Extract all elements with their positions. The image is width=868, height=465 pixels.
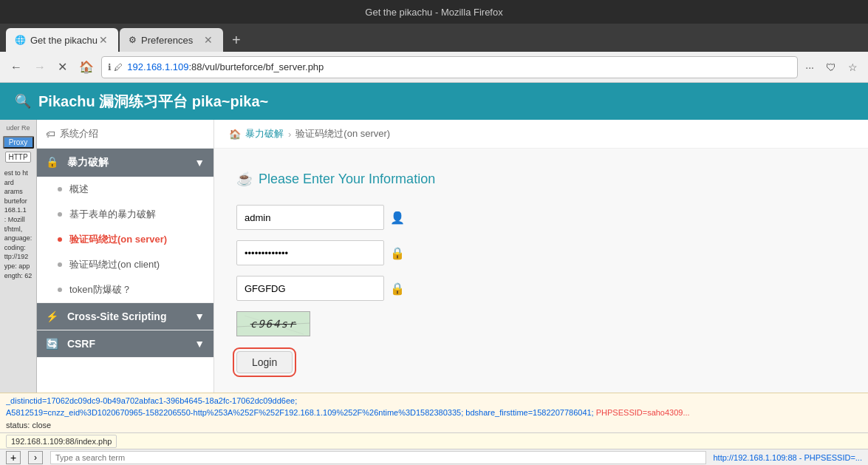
sidebar-item-captcha-client[interactable]: 验证码绕过(on client) bbox=[37, 252, 213, 277]
login-button[interactable]: Login bbox=[236, 351, 293, 373]
bottom-link-bar: 192.168.1.109:88/index.php bbox=[0, 432, 868, 449]
sidebar-item-token[interactable]: token防爆破？ bbox=[37, 277, 213, 302]
cookie-row2-middle: bdshare_firsttime=1582207786041; bbox=[465, 408, 593, 417]
sidebar-group-csrf-header[interactable]: 🔄 CSRF ▼ bbox=[37, 330, 213, 357]
password-group: 🔒 bbox=[236, 240, 846, 265]
captcha-text: c964sr bbox=[250, 318, 297, 330]
csrf-chevron-icon: ▼ bbox=[194, 338, 205, 350]
http-tag[interactable]: HTTP bbox=[5, 152, 30, 163]
window-title: Get the pikachu - Mozilla Firefox bbox=[365, 7, 502, 18]
item-dot-token bbox=[58, 288, 62, 292]
cup-icon: ☕ bbox=[236, 171, 253, 187]
tab-favicon-preferences: ⚙ bbox=[129, 35, 137, 45]
burp-info-line4: burtefor bbox=[4, 197, 33, 206]
status-url-preview: http://192.168.1.109:88 - PHPSESSID=... bbox=[714, 453, 863, 462]
group-csrf-label: CSRF bbox=[67, 338, 95, 350]
new-tab-button[interactable]: + bbox=[225, 28, 248, 52]
url-bar[interactable]: ℹ 🖊 192.168.1.109:88/vul/burteforce/bf_s… bbox=[101, 56, 798, 78]
password-input[interactable] bbox=[236, 240, 384, 265]
group-xss-content: ⚡ Cross-Site Scripting bbox=[46, 310, 166, 322]
item-label-token: token防爆破？ bbox=[69, 283, 131, 296]
csrf-icon: 🔄 bbox=[46, 338, 58, 350]
breadcrumb-parent[interactable]: 暴力破解 bbox=[245, 127, 284, 140]
username-input[interactable] bbox=[236, 205, 384, 230]
status-arrow-button[interactable]: › bbox=[28, 451, 43, 464]
captcha-input[interactable] bbox=[236, 276, 384, 301]
username-group: 👤 bbox=[236, 205, 846, 230]
sidebar-group-xss: ⚡ Cross-Site Scripting ▼ bbox=[37, 303, 213, 330]
burp-info-line10: ttp://192 bbox=[4, 252, 33, 262]
status-close: status: close bbox=[6, 421, 51, 430]
burp-info-line5: 168.1.1 bbox=[4, 206, 33, 215]
content-body: ☕ Please Enter Your Information 👤 🔒 🔒 bbox=[214, 149, 868, 396]
burp-label-uder: uder Re bbox=[6, 124, 30, 132]
group-xss-label: Cross-Site Scripting bbox=[67, 310, 167, 322]
home-button[interactable]: 🏠 bbox=[75, 57, 98, 77]
sidebar-system-intro[interactable]: 🏷 系统介绍 bbox=[37, 120, 213, 149]
xss-icon: ⚡ bbox=[46, 310, 58, 322]
captcha-image: c964sr bbox=[236, 311, 310, 336]
url-host: 192.168.1.109 bbox=[127, 61, 188, 72]
item-dot-captcha-client bbox=[58, 262, 62, 267]
tab-pikachu[interactable]: 🌐 Get the pikachu ✕ bbox=[6, 28, 118, 52]
burp-info-line8: anguage: bbox=[4, 234, 33, 243]
item-dot-captcha-server bbox=[58, 237, 62, 242]
burp-info-line9: coding: bbox=[4, 243, 33, 253]
tab-close-pikachu[interactable]: ✕ bbox=[98, 34, 109, 46]
status-add-button[interactable]: + bbox=[6, 451, 21, 464]
chevron-down-icon: ▼ bbox=[194, 157, 205, 169]
burp-info-line1: est to ht bbox=[4, 169, 33, 178]
sidebar-item-form-brute[interactable]: 基于表单的暴力破解 bbox=[37, 202, 213, 227]
login-btn-wrapper: Login bbox=[236, 348, 846, 373]
cookie-row2-prefix: A5812519=cnzz_eid%3D1020670965-158220655… bbox=[6, 408, 463, 417]
forward-button[interactable]: → bbox=[30, 58, 50, 77]
info-row-1: _distinctid=17062dc09dc9-0b49a702abfac1-… bbox=[6, 395, 862, 407]
title-bar: Get the pikachu - Mozilla Firefox bbox=[0, 0, 868, 24]
sidebar-group-bruteforce-header[interactable]: 🔒 暴力破解 ▼ bbox=[37, 149, 213, 177]
captcha-input-group: 🔒 bbox=[236, 276, 846, 301]
burp-info-line11: ype: app bbox=[4, 262, 33, 271]
breadcrumb-separator: › bbox=[288, 129, 291, 140]
tab-close-preferences[interactable]: ✕ bbox=[202, 34, 214, 46]
bottom-link-text: 192.168.1.109:88/index.php bbox=[6, 435, 117, 448]
captcha-lock-icon: 🔒 bbox=[390, 282, 405, 296]
page-header: 🔍 Pikachu 漏洞练习平台 pika~pika~ bbox=[0, 83, 868, 120]
tab-bar: 🌐 Get the pikachu ✕ ⚙ Preferences ✕ + bbox=[0, 24, 868, 52]
page-header-title: Pikachu 漏洞练习平台 pika~pika~ bbox=[38, 92, 268, 112]
sidebar-item-captcha-server[interactable]: 验证码绕过(on server) bbox=[37, 227, 213, 252]
tab-favicon-pikachu: 🌐 bbox=[15, 35, 26, 45]
tab-label-pikachu: Get the pikachu bbox=[30, 35, 98, 46]
proxy-button[interactable]: Proxy bbox=[3, 136, 34, 149]
burp-info: est to ht ard arams burtefor 168.1.1 : M… bbox=[4, 169, 33, 280]
sidebar-group-bruteforce: 🔒 暴力破解 ▼ 概述 基于表单的暴力破解 验证码绕过(on server) bbox=[37, 149, 213, 303]
section-title-text: Please Enter Your Information bbox=[259, 172, 435, 187]
lock-icon: 🔒 bbox=[46, 156, 58, 168]
breadcrumb: 🏠 暴力破解 › 验证码绕过(on server) bbox=[214, 120, 868, 149]
item-label-captcha-server: 验证码绕过(on server) bbox=[69, 233, 167, 246]
tab-label-preferences: Preferences bbox=[141, 35, 193, 46]
sidebar-group-csrf: 🔄 CSRF ▼ bbox=[37, 330, 213, 358]
cookie-row2-suffix: PHPSESSID=saho4309... bbox=[596, 408, 690, 417]
url-path: :88/vul/burteforce/bf_server.php bbox=[188, 61, 324, 72]
group-bruteforce-content: 🔒 暴力破解 bbox=[46, 156, 109, 169]
extension-button[interactable]: 🛡 bbox=[821, 58, 841, 76]
reload-button[interactable]: ✕ bbox=[53, 57, 72, 77]
sidebar-item-overview[interactable]: 概述 bbox=[37, 177, 213, 202]
item-label-overview: 概述 bbox=[69, 183, 89, 196]
url-text: 192.168.1.109:88/vul/burteforce/bf_serve… bbox=[127, 61, 791, 72]
item-dot-overview bbox=[58, 187, 62, 191]
sidebar-group-xss-header[interactable]: ⚡ Cross-Site Scripting ▼ bbox=[37, 303, 213, 330]
pikachu-search-icon: 🔍 bbox=[15, 93, 31, 109]
tab-preferences[interactable]: ⚙ Preferences ✕ bbox=[120, 28, 223, 52]
back-button[interactable]: ← bbox=[6, 58, 27, 77]
xss-chevron-icon: ▼ bbox=[194, 310, 205, 322]
search-input[interactable] bbox=[50, 451, 706, 464]
burp-http-row: HTTP bbox=[5, 152, 30, 163]
cookie-row1: _distinctid=17062dc09dc9-0b49a702abfac1-… bbox=[6, 396, 297, 405]
info-panel: _distinctid=17062dc09dc9-0b49a702abfac1-… bbox=[0, 393, 868, 433]
sidebar-group-bruteforce-items: 概述 基于表单的暴力破解 验证码绕过(on server) 验证码绕过(on c… bbox=[37, 177, 213, 302]
bookmark-button[interactable]: ☆ bbox=[844, 58, 862, 76]
more-button[interactable]: ··· bbox=[801, 58, 819, 76]
burp-info-line3: arams bbox=[4, 187, 33, 197]
group-bruteforce-label: 暴力破解 bbox=[67, 156, 109, 168]
